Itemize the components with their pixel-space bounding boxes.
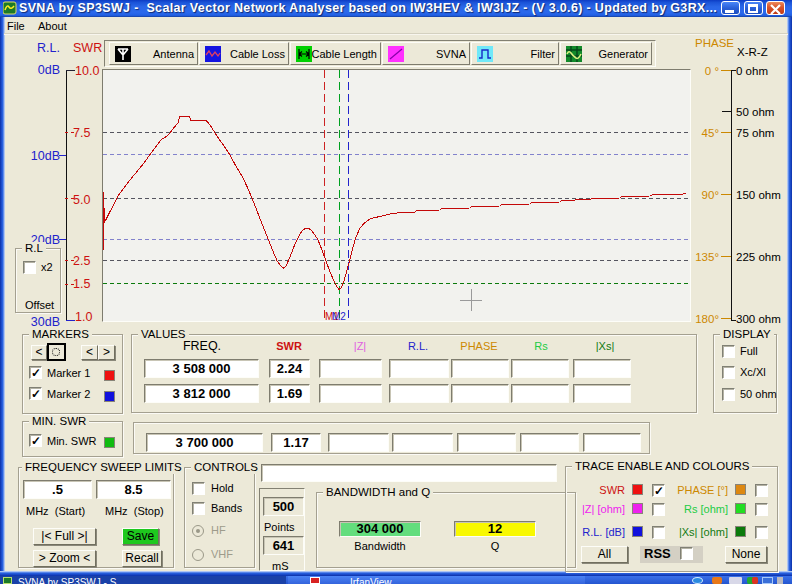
- svg-text:M2: M2: [332, 311, 346, 321]
